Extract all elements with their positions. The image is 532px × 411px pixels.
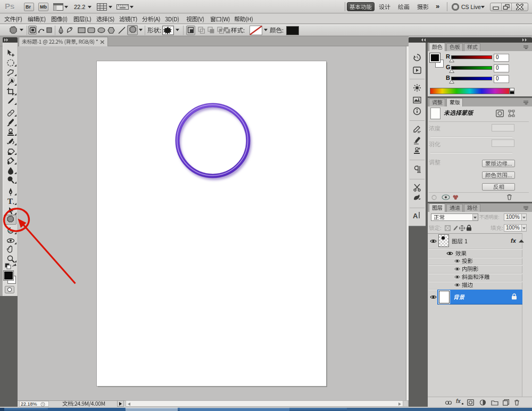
svg-text:A: A xyxy=(413,212,418,219)
